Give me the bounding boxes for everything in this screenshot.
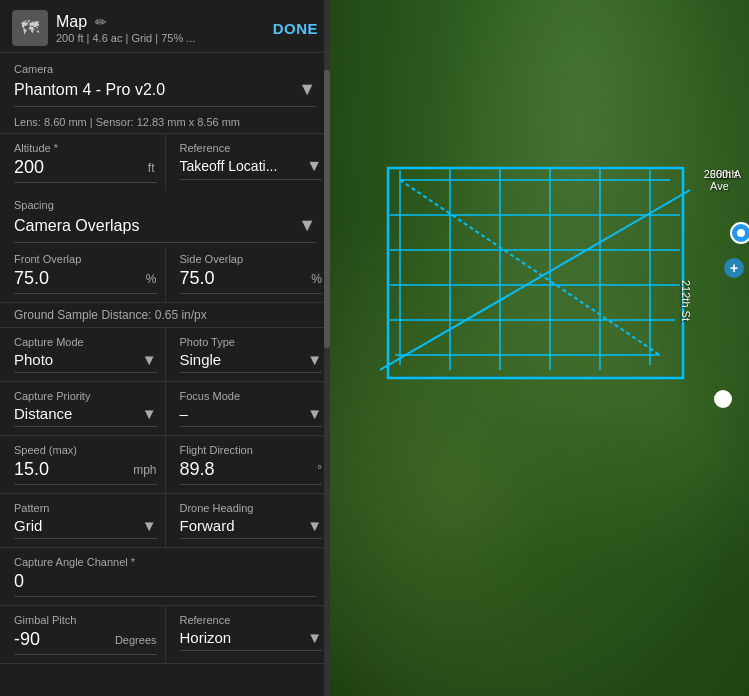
gsd-label: Ground Sample Distance: — [14, 308, 151, 322]
street-label-260th-right: 260th A — [704, 168, 741, 180]
reference-col: Reference Takeoff Locati... ▼ — [166, 134, 331, 191]
spacing-select[interactable]: Camera Overlaps ▼ — [14, 215, 316, 243]
altitude-reference-row: Altitude * 200 ft Reference Takeoff Loca… — [0, 134, 330, 191]
edit-icon[interactable]: ✏ — [95, 14, 107, 30]
focus-mode-chevron-icon: ▼ — [307, 405, 322, 422]
front-overlap-value-row: 75.0 % — [14, 268, 157, 294]
gimbal-reference-chevron-icon: ▼ — [307, 629, 322, 646]
svg-line-12 — [400, 180, 660, 355]
gimbal-pitch-value[interactable]: -90 — [14, 629, 115, 650]
gimbal-reference-label: Reference — [180, 614, 323, 626]
altitude-unit: ft — [148, 161, 155, 175]
gsd-value: 0.65 in/px — [155, 308, 207, 322]
plus-marker-1[interactable]: + — [724, 258, 744, 278]
reference-value: Takeoff Locati... — [180, 158, 278, 174]
photo-type-label: Photo Type — [180, 336, 323, 348]
drone-heading-col: Drone Heading Forward ▼ — [166, 494, 331, 547]
capture-angle-value-row: 0 — [14, 571, 316, 597]
reference-chevron-icon: ▼ — [306, 157, 322, 175]
capture-mode-label: Capture Mode — [14, 336, 157, 348]
pattern-col: Pattern Grid ▼ — [0, 494, 166, 547]
left-panel: 🗺 Map ✏ 200 ft | 4.6 ac | Grid | 75% ...… — [0, 0, 330, 696]
street-label-212th: 212th St — [680, 280, 692, 321]
focus-mode-col: Focus Mode – ▼ — [166, 382, 331, 435]
front-overlap-label: Front Overlap — [14, 253, 157, 265]
speed-label: Speed (max) — [14, 444, 157, 456]
waypoint-home[interactable] — [730, 222, 749, 244]
focus-mode-value: – — [180, 405, 188, 422]
svg-line-13 — [380, 190, 690, 370]
capture-photo-row: Capture Mode Photo ▼ Photo Type Single ▼ — [0, 328, 330, 382]
camera-label: Camera — [14, 63, 316, 75]
header-subtitle: 200 ft | 4.6 ac | Grid | 75% ... — [56, 32, 195, 44]
spacing-label: Spacing — [14, 199, 316, 211]
spacing-value: Camera Overlaps — [14, 217, 139, 235]
capture-priority-select[interactable]: Distance ▼ — [14, 405, 157, 427]
lens-info: Lens: 8.60 mm | Sensor: 12.83 mm x 8.56 … — [0, 111, 330, 134]
capture-mode-select[interactable]: Photo ▼ — [14, 351, 157, 373]
capture-angle-label: Capture Angle Channel * — [14, 556, 316, 568]
capture-mode-value: Photo — [14, 351, 53, 368]
flight-direction-label: Flight Direction — [180, 444, 323, 456]
photo-type-col: Photo Type Single ▼ — [166, 328, 331, 381]
done-button[interactable]: DONE — [273, 20, 318, 37]
altitude-value[interactable]: 200 — [14, 157, 44, 178]
capture-angle-row: Capture Angle Channel * 0 — [0, 548, 330, 606]
gimbal-reference-value: Horizon — [180, 629, 232, 646]
capture-priority-chevron-icon: ▼ — [142, 405, 157, 422]
drone-heading-chevron-icon: ▼ — [307, 517, 322, 534]
page-title: Map — [56, 13, 87, 31]
camera-select[interactable]: Phantom 4 - Pro v2.0 ▼ — [14, 79, 316, 107]
corner-dot-bl[interactable] — [714, 390, 732, 408]
focus-mode-select[interactable]: – ▼ — [180, 405, 323, 427]
drone-heading-select[interactable]: Forward ▼ — [180, 517, 323, 539]
capture-mode-col: Capture Mode Photo ▼ — [0, 328, 166, 381]
speed-unit: mph — [133, 463, 156, 477]
header: 🗺 Map ✏ 200 ft | 4.6 ac | Grid | 75% ...… — [0, 0, 330, 52]
gimbal-pitch-unit: Degrees — [115, 634, 157, 646]
flight-direction-col: Flight Direction 89.8 ° — [166, 436, 331, 493]
drone-heading-label: Drone Heading — [180, 502, 323, 514]
front-overlap-unit: % — [146, 272, 157, 286]
gsd-row: Ground Sample Distance: 0.65 in/px — [0, 303, 330, 328]
pattern-select[interactable]: Grid ▼ — [14, 517, 157, 539]
side-overlap-col: Side Overlap 75.0 % — [166, 247, 331, 302]
spacing-chevron-icon: ▼ — [298, 215, 316, 236]
front-overlap-value[interactable]: 75.0 — [14, 268, 146, 289]
front-overlap-col: Front Overlap 75.0 % — [0, 247, 166, 302]
photo-type-chevron-icon: ▼ — [307, 351, 322, 368]
altitude-label: Altitude * — [14, 142, 157, 154]
capture-angle-value[interactable]: 0 — [14, 571, 24, 592]
grid-container — [380, 160, 700, 390]
capture-priority-label: Capture Priority — [14, 390, 157, 402]
camera-section: Camera Phantom 4 - Pro v2.0 ▼ — [0, 53, 330, 111]
spacing-section: Spacing Camera Overlaps ▼ — [0, 191, 330, 247]
capture-mode-chevron-icon: ▼ — [142, 351, 157, 368]
gimbal-reference-select[interactable]: Horizon ▼ — [180, 629, 323, 651]
reference-value-row[interactable]: Takeoff Locati... ▼ — [180, 157, 323, 180]
side-overlap-label: Side Overlap — [180, 253, 323, 265]
speed-col: Speed (max) 15.0 mph — [0, 436, 166, 493]
flight-direction-value[interactable]: 89.8 — [180, 459, 318, 480]
priority-focus-row: Capture Priority Distance ▼ Focus Mode –… — [0, 382, 330, 436]
side-overlap-value-row: 75.0 % — [180, 268, 323, 294]
photo-type-select[interactable]: Single ▼ — [180, 351, 323, 373]
gimbal-pitch-label: Gimbal Pitch — [14, 614, 157, 626]
speed-value[interactable]: 15.0 — [14, 459, 133, 480]
svg-rect-14 — [388, 168, 683, 378]
side-overlap-value[interactable]: 75.0 — [180, 268, 312, 289]
pattern-heading-row: Pattern Grid ▼ Drone Heading Forward ▼ — [0, 494, 330, 548]
side-overlap-unit: % — [311, 272, 322, 286]
reference-label: Reference — [180, 142, 323, 154]
pattern-label: Pattern — [14, 502, 157, 514]
capture-priority-col: Capture Priority Distance ▼ — [0, 382, 166, 435]
map-area: 260th Ave 260th A 212th St 200 ft 200 ft… — [330, 0, 749, 696]
camera-chevron-icon: ▼ — [298, 79, 316, 100]
header-left: 🗺 Map ✏ 200 ft | 4.6 ac | Grid | 75% ... — [12, 10, 195, 46]
gimbal-pitch-col: Gimbal Pitch -90 Degrees — [0, 606, 166, 663]
flight-direction-unit: ° — [317, 463, 322, 477]
overlap-row: Front Overlap 75.0 % Side Overlap 75.0 % — [0, 247, 330, 303]
drone-heading-value: Forward — [180, 517, 235, 534]
camera-value: Phantom 4 - Pro v2.0 — [14, 81, 165, 99]
gimbal-reference-row: Gimbal Pitch -90 Degrees Reference Horiz… — [0, 606, 330, 664]
